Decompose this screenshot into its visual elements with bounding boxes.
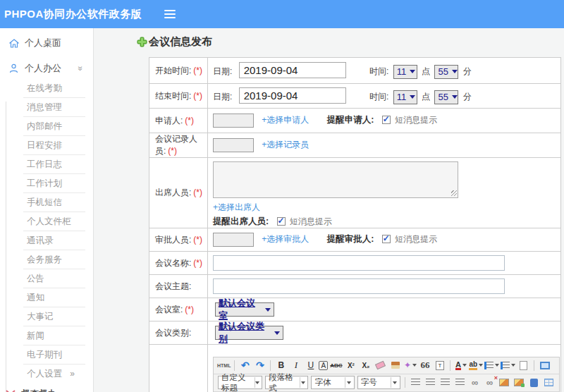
- choose-applicant-link[interactable]: +选择申请人: [262, 115, 309, 125]
- italic-button[interactable]: I: [289, 359, 302, 372]
- sidebar-item-notice[interactable]: 通知: [0, 288, 93, 307]
- sms-remind-checkbox[interactable]: [277, 217, 286, 226]
- meeting-room-select[interactable]: 默认会议室: [215, 302, 274, 317]
- sidebar-item-label: 通讯录: [27, 235, 54, 245]
- custom-title-select[interactable]: 自定义标题: [218, 376, 262, 389]
- recorder-input[interactable]: [213, 138, 254, 152]
- sms-remind-checkbox[interactable]: [382, 235, 391, 243]
- sidebar-item-label: 大事记: [27, 312, 54, 321]
- select-value: 字体: [314, 377, 331, 388]
- chevron-double-down-icon: »: [76, 66, 86, 71]
- sidebar-item-mobile-sms[interactable]: 手机短信: [0, 193, 93, 212]
- font-family-select[interactable]: 字体: [311, 376, 354, 389]
- required-mark: (*): [193, 258, 202, 268]
- insert-table-button[interactable]: [542, 376, 556, 389]
- unordered-list-button[interactable]: [501, 359, 515, 372]
- sidebar-item-personal-settings[interactable]: 个人设置 »: [0, 365, 93, 384]
- highlight-icon: ab: [469, 361, 477, 370]
- hamburger-menu-icon[interactable]: [164, 10, 176, 18]
- redo-button[interactable]: ↷: [253, 359, 266, 372]
- align-center-button[interactable]: [424, 376, 437, 389]
- sidebar-item-meeting-services[interactable]: 会务服务: [0, 250, 93, 269]
- insert-media-button[interactable]: [527, 376, 541, 389]
- attendees-textarea[interactable]: [213, 161, 458, 198]
- sidebar-item-internal-mail[interactable]: 内部邮件: [0, 117, 93, 136]
- sidebar-item-personal-office[interactable]: 个人办公 »: [0, 58, 93, 79]
- required-mark: (*): [168, 146, 177, 156]
- underline-button[interactable]: U: [304, 359, 317, 372]
- bold-button[interactable]: B: [274, 359, 288, 372]
- sidebar-item-work-plan[interactable]: 工作计划: [0, 174, 93, 193]
- font-size-select[interactable]: 字号: [357, 376, 400, 389]
- undo-button[interactable]: ↶: [238, 359, 252, 372]
- strikethrough-button[interactable]: ABC: [329, 359, 343, 372]
- sidebar-item-label: 手机短信: [27, 197, 62, 207]
- sidebar-item-label: 个人设置: [27, 369, 62, 379]
- meeting-topic-input[interactable]: [213, 278, 505, 294]
- choose-recorder-link[interactable]: +选择记录员: [262, 140, 309, 149]
- sms-remind-checkbox[interactable]: [382, 116, 391, 124]
- blockquote-button[interactable]: 66: [418, 359, 431, 372]
- sidebar-item-work-log[interactable]: 工作日志: [0, 155, 93, 174]
- choose-approver-link[interactable]: +选择审批人: [262, 234, 309, 244]
- remove-link-button[interactable]: ∞: [483, 376, 496, 389]
- paragraph-format-select[interactable]: 段落格式: [265, 376, 308, 389]
- quick-format-button[interactable]: ✦: [403, 359, 417, 372]
- field-label: 出席人员:: [155, 188, 191, 197]
- sidebar-item-supervision[interactable]: 督查督办 »: [0, 385, 93, 392]
- html-source-button[interactable]: HTML: [217, 359, 231, 372]
- ordered-list-button[interactable]: [484, 359, 499, 372]
- sidebar-item-announcement[interactable]: 公告: [0, 269, 93, 288]
- sidebar-item-memorabilia[interactable]: 大事记: [0, 307, 93, 326]
- sidebar-item-message-management[interactable]: 消息管理: [0, 98, 93, 117]
- eraser-button[interactable]: [374, 359, 387, 372]
- align-justify-button[interactable]: [453, 376, 467, 389]
- insert-image-button[interactable]: [498, 376, 511, 389]
- sidebar-item-news[interactable]: 新闻: [0, 326, 93, 345]
- toolbar-separator: [405, 377, 405, 388]
- chevron-down-icon: [410, 95, 415, 99]
- subscript-button[interactable]: X₂: [359, 359, 372, 372]
- insert-flash-button[interactable]: [513, 376, 526, 389]
- end-hour-select[interactable]: 11: [393, 90, 417, 104]
- align-right-button[interactable]: [439, 376, 452, 389]
- end-date-input[interactable]: [239, 87, 346, 104]
- row-attendees: 出席人员:(*) +选择出席人 提醒出席人员: 短消息提示: [149, 158, 561, 228]
- insert-link-button[interactable]: ∞: [468, 376, 482, 389]
- end-minute-select[interactable]: 55: [434, 90, 458, 104]
- start-hour-select[interactable]: 11: [393, 65, 417, 79]
- sidebar-item-online-attendance[interactable]: 在线考勤: [0, 79, 93, 98]
- align-left-button[interactable]: [409, 376, 422, 389]
- start-date-input[interactable]: [239, 62, 346, 78]
- sidebar-item-personal-file-cabinet[interactable]: 个人文件柜: [0, 212, 93, 231]
- top-header-bar: PHPOA协同办公软件政务版: [0, 0, 564, 28]
- toolbar-separator: [234, 360, 235, 371]
- select-value: 55: [438, 66, 448, 77]
- select-value: 11: [397, 66, 407, 77]
- sidebar-item-personal-desktop[interactable]: 个人桌面: [0, 32, 93, 54]
- sidebar-item-schedule[interactable]: 日程安排: [0, 136, 93, 155]
- start-minute-select[interactable]: 55: [434, 65, 458, 79]
- choose-attendees-link[interactable]: +选择出席人: [213, 202, 260, 212]
- fullscreen-button[interactable]: [538, 359, 551, 372]
- format-painter-button[interactable]: [388, 359, 402, 372]
- row-meeting-category: 会议类别: 默认会议类别: [149, 321, 561, 345]
- font-color-button[interactable]: A: [454, 359, 467, 372]
- paste-button[interactable]: T: [433, 359, 446, 372]
- sidebar-item-e-journal[interactable]: 电子期刊: [0, 345, 93, 365]
- new-document-button[interactable]: [517, 359, 530, 372]
- font-style-button[interactable]: A: [319, 361, 328, 370]
- monitor-icon: [540, 362, 550, 369]
- meeting-category-select[interactable]: 默认会议类别: [215, 326, 283, 340]
- approver-input[interactable]: [213, 233, 254, 247]
- app-title: PHPOA协同办公软件政务版: [0, 8, 142, 21]
- row-recorder: 会议记录人员:(*) +选择记录员: [149, 133, 561, 158]
- chevron-right-icon: »: [70, 365, 75, 384]
- shuffle-icon: [6, 389, 17, 392]
- applicant-input[interactable]: [213, 114, 254, 128]
- highlight-color-button[interactable]: ab: [469, 359, 483, 372]
- meeting-name-input[interactable]: [213, 255, 505, 271]
- chevron-down-icon: [452, 70, 458, 73]
- superscript-button[interactable]: X²: [344, 359, 357, 372]
- sidebar-item-address-book[interactable]: 通讯录: [0, 231, 93, 250]
